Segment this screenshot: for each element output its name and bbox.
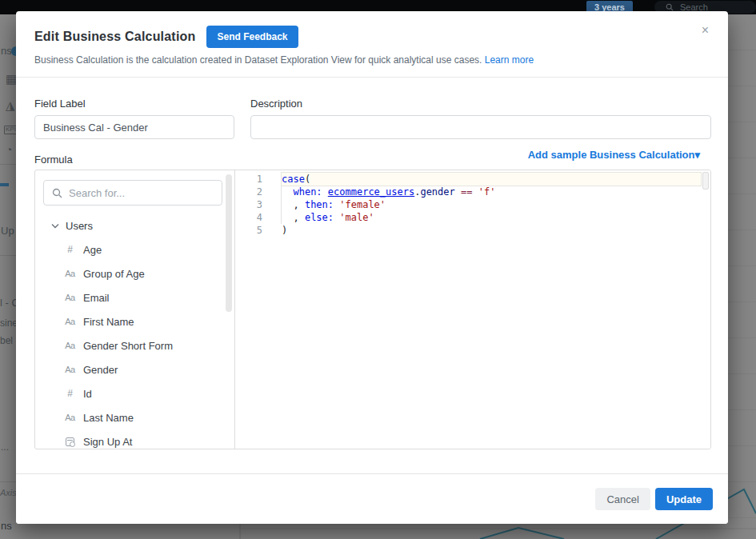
text-type-icon: Aa [63,269,77,278]
text-type-icon: Aa [63,293,77,302]
field-item[interactable]: # Aa Gender [35,357,234,381]
field-item[interactable]: # Aa Id [35,381,234,405]
formula-label: Formula [34,154,73,166]
code-text: ) [282,224,701,237]
code-line: 4 , else: 'male' [235,211,701,224]
field-item-label: Group of Age [83,268,145,280]
field-search-placeholder: Search for... [69,187,125,199]
code-line: 2 when: ecommerce_users.gender == 'f' [235,186,701,198]
code-text: , else: 'male' [282,211,701,224]
description-input[interactable] [250,115,711,139]
field-item[interactable]: # Aa Gender Short Form [35,333,234,357]
field-item-label: Age [83,244,102,256]
editor-scrollbar[interactable] [702,172,709,190]
text-type-icon: Aa [63,317,77,326]
code-text: case( [282,173,701,186]
description-label: Description [250,98,302,110]
field-tree-panel: Search for... Users # Aa Age # Aa Group … [35,170,235,449]
number-type-icon: # [63,244,77,255]
field-item[interactable]: # Aa Group of Age [35,262,234,285]
caret-down-icon: ▾ [694,149,700,161]
learn-more-link[interactable]: Learn more [485,54,534,66]
field-tree: Users # Aa Age # Aa Group of Age # Aa Em… [35,214,234,449]
close-icon[interactable]: × [702,24,709,37]
chevron-down-icon [51,223,59,229]
line-number: 1 [235,173,262,186]
text-type-icon: Aa [63,341,77,350]
update-button[interactable]: Update [655,488,713,510]
field-item[interactable]: # Aa Age [35,238,234,262]
field-item[interactable]: # Aa Email [35,285,234,309]
field-item-label: First Name [83,316,134,328]
tree-scrollbar[interactable] [226,174,232,312]
formula-code-editor[interactable]: 1 case( 2 when: ecommerce_users.gender =… [235,170,710,449]
field-label-input[interactable] [34,115,234,139]
code-text: when: ecommerce_users.gender == 'f' [282,186,701,198]
dialog-subtitle: Business Calculation is the calculation … [34,54,482,66]
field-item-label: Gender Short Form [83,340,173,352]
code-lines: 1 case( 2 when: ecommerce_users.gender =… [235,170,710,237]
field-tree-items: # Aa Age # Aa Group of Age # Aa Email # … [35,238,234,449]
add-sample-calculation-dropdown[interactable]: Add sample Business Calculation▾ [528,149,700,161]
send-feedback-button[interactable]: Send Feedback [206,26,298,48]
field-item-label: Last Name [83,412,134,424]
line-number: 3 [235,198,262,211]
calendar-icon [63,437,77,446]
formula-box: Search for... Users # Aa Age # Aa Group … [34,170,711,449]
tree-group-label: Users [66,220,93,232]
code-line: 5 ) [235,224,701,237]
field-search-input[interactable]: Search for... [43,180,222,206]
tree-group-users[interactable]: Users [35,214,234,238]
cancel-button[interactable]: Cancel [595,488,650,510]
dialog-header: Edit Business Calculation Send Feedback … [16,11,728,78]
text-type-icon: Aa [63,413,77,422]
line-number: 4 [235,211,262,224]
field-item[interactable]: # Aa Last Name [35,405,234,429]
field-item-label: Sign Up At [83,436,132,448]
dialog-title: Edit Business Calculation [34,30,195,44]
code-line: 1 case( [235,173,701,186]
search-icon [666,3,674,11]
screen: ns▦◮KPI◔Upl - Csinebel...Axisns 3 years … [0,0,756,539]
edit-business-calculation-dialog: Edit Business Calculation Send Feedback … [16,11,728,524]
indent-guide [281,186,282,224]
search-icon [52,188,62,198]
field-item-label: Gender [83,364,118,376]
line-number: 5 [235,224,262,237]
field-item[interactable]: # Aa Sign Up At [35,429,234,449]
code-text: , then: 'female' [282,198,701,211]
line-number: 2 [235,186,262,198]
field-label-label: Field Label [34,98,86,110]
field-item[interactable]: # Aa First Name [35,309,234,333]
text-type-icon: Aa [63,365,77,374]
dialog-footer: Cancel Update [16,473,728,524]
field-item-label: Id [83,388,92,400]
number-type-icon: # [63,388,77,399]
field-item-label: Email [83,292,110,304]
code-line: 3 , then: 'female' [235,198,701,211]
